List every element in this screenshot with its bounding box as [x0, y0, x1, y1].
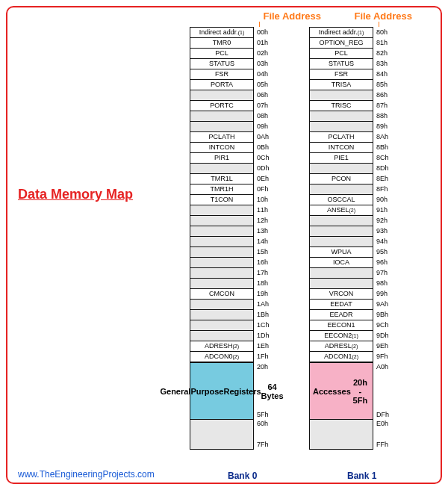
register-row: PORTA	[190, 80, 253, 90]
register-row	[310, 226, 373, 237]
address-label: 8Fh	[376, 186, 388, 193]
register-name	[310, 111, 373, 122]
address-label: 89h	[376, 123, 388, 130]
address-label: 8Eh	[376, 176, 388, 182]
register-row: PIR1	[190, 153, 253, 164]
address-label: 8Bh	[376, 144, 388, 151]
register-row	[310, 111, 373, 122]
address-label: 60h	[257, 421, 268, 427]
address-label: 83h	[376, 61, 388, 67]
address-label: 90h	[376, 196, 388, 203]
register-row: ADRESL(2)	[310, 341, 373, 352]
register-name: ADCON0(2)	[190, 352, 253, 362]
address-label: 1Fh	[257, 353, 269, 360]
address-label: 14h	[257, 238, 268, 245]
register-name	[190, 216, 253, 226]
register-row: ANSEL(2)	[310, 205, 373, 216]
address-label: 18h	[257, 280, 268, 287]
register-name	[190, 164, 253, 174]
register-row	[190, 268, 253, 279]
register-row	[310, 216, 373, 226]
register-name	[190, 268, 253, 279]
address-label: 7Fh	[257, 441, 269, 448]
register-row	[190, 237, 253, 247]
register-row: ADCON1(2)	[310, 352, 373, 362]
register-row	[190, 205, 253, 216]
address-label: 04h	[257, 71, 268, 78]
register-row: Indirect addr.(1)	[310, 28, 373, 38]
address-label: 10h	[257, 196, 268, 203]
register-row	[190, 216, 253, 226]
register-row: EEDAT	[310, 300, 373, 310]
address-label: 91h	[376, 207, 388, 214]
register-name: PIE1	[310, 153, 373, 164]
register-row: IOCA	[310, 258, 373, 268]
register-name: FSR	[310, 69, 373, 80]
register-name	[190, 122, 253, 132]
address-label: 80h	[376, 29, 388, 36]
register-row	[190, 320, 253, 331]
register-name: TMR0	[190, 38, 253, 49]
register-name: PORTA	[190, 80, 253, 90]
address-label: 96h	[376, 259, 388, 266]
register-row	[190, 300, 253, 310]
register-name	[310, 122, 373, 132]
address-label: 94h	[376, 238, 388, 245]
register-name: PCON	[310, 174, 373, 184]
unimplemented-block	[310, 419, 373, 449]
unimplemented-block	[190, 419, 253, 449]
address-label: 98h	[376, 280, 388, 287]
addr-pointer-icon	[259, 22, 260, 27]
address-label: 93h	[376, 228, 388, 235]
register-name: INTCON	[310, 143, 373, 153]
register-name: Indirect addr.(1)	[310, 28, 373, 38]
address-label: 9Ah	[376, 301, 388, 308]
address-label: 82h	[376, 50, 388, 57]
bank0-column: Indirect addr.(1)TMR0PCLSTATUSFSRPORTAPO…	[190, 27, 276, 450]
address-label: 9Bh	[376, 311, 388, 318]
register-name: OPTION_REG	[310, 38, 373, 49]
address-label: 85h	[376, 81, 388, 88]
address-label: 05h	[257, 81, 268, 88]
register-row: INTCON	[190, 143, 253, 153]
register-name: WPUA	[310, 247, 373, 258]
register-row	[190, 247, 253, 258]
register-name: EEADR	[310, 310, 373, 320]
address-label: 0Eh	[257, 176, 269, 182]
address-label: 13h	[257, 228, 268, 235]
address-label: 02h	[257, 50, 268, 57]
register-name	[190, 300, 253, 310]
register-name: ANSEL(2)	[310, 205, 373, 216]
register-name: TRISC	[310, 101, 373, 111]
register-row: EECON2(1)	[310, 331, 373, 341]
register-row	[190, 164, 253, 174]
address-label: 06h	[257, 92, 268, 99]
address-label: 12h	[257, 217, 268, 224]
register-name: VRCON	[310, 289, 373, 300]
register-row: PIE1	[310, 153, 373, 164]
register-name: Indirect addr.(1)	[190, 28, 253, 38]
register-row: VRCON	[310, 289, 373, 300]
register-name: STATUS	[310, 59, 373, 69]
register-name: INTCON	[190, 143, 253, 153]
register-row: EECON1	[310, 320, 373, 331]
address-label: 9Dh	[376, 332, 389, 339]
address-label: 9Fh	[376, 353, 388, 360]
register-name	[310, 184, 373, 195]
register-row	[190, 279, 253, 289]
register-name: EEDAT	[310, 300, 373, 310]
file-address-label-1: File Address	[354, 10, 412, 22]
address-label: 95h	[376, 249, 388, 255]
address-label: 01h	[257, 40, 268, 46]
register-name: PCLATH	[310, 132, 373, 143]
register-name	[310, 164, 373, 174]
register-row: STATUS	[190, 59, 253, 69]
address-label: 0Ah	[257, 134, 269, 140]
address-label: 08h	[257, 113, 268, 120]
register-name	[190, 205, 253, 216]
address-label: 1Dh	[257, 332, 270, 339]
register-name	[190, 247, 253, 258]
bank0-register-table: Indirect addr.(1)TMR0PCLSTATUSFSRPORTAPO…	[190, 27, 254, 450]
register-row: PORTC	[190, 101, 253, 111]
address-label: 07h	[257, 102, 268, 109]
